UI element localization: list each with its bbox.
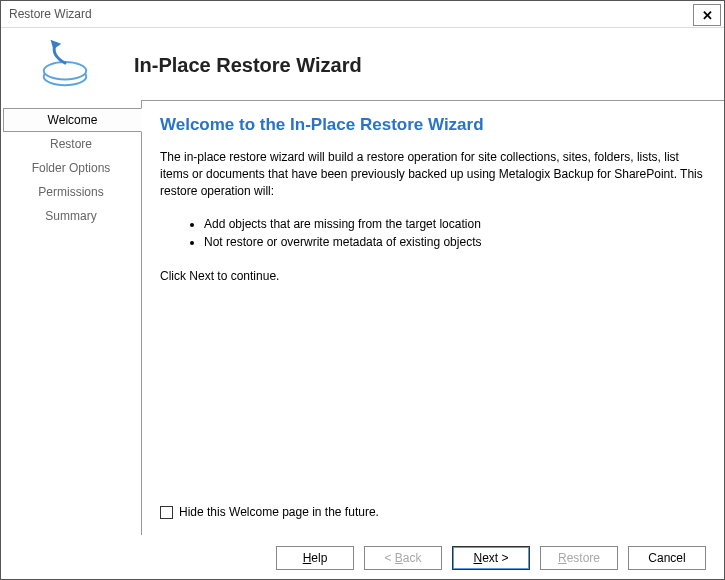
sidebar-item-permissions[interactable]: Permissions	[3, 180, 139, 204]
sidebar-item-label: Permissions	[38, 185, 103, 199]
back-button: < Back	[364, 546, 442, 570]
sidebar-item-label: Restore	[50, 137, 92, 151]
footer: Help < Back Next > Restore Cancel	[1, 535, 724, 579]
restore-icon	[36, 35, 94, 93]
header-title: In-Place Restore Wizard	[134, 54, 362, 77]
titlebar: Restore Wizard ✕	[1, 1, 724, 28]
next-button[interactable]: Next >	[452, 546, 530, 570]
bullet-item: Add objects that are missing from the ta…	[204, 215, 704, 233]
sidebar-item-restore[interactable]: Restore	[3, 132, 139, 156]
sidebar-item-label: Summary	[45, 209, 96, 223]
close-button[interactable]: ✕	[693, 4, 721, 26]
svg-point-1	[44, 62, 87, 79]
sidebar: Welcome Restore Folder Options Permissio…	[1, 100, 141, 535]
content-bullets: Add objects that are missing from the ta…	[204, 215, 704, 251]
window-title: Restore Wizard	[9, 7, 92, 21]
hide-welcome-checkbox[interactable]	[160, 506, 173, 519]
sidebar-item-folder-options[interactable]: Folder Options	[3, 156, 139, 180]
header: In-Place Restore Wizard	[1, 28, 724, 100]
hide-welcome-label: Hide this Welcome page in the future.	[179, 505, 379, 519]
sidebar-item-summary[interactable]: Summary	[3, 204, 139, 228]
sidebar-item-label: Welcome	[48, 113, 98, 127]
content-intro: The in-place restore wizard will build a…	[160, 149, 704, 199]
content-continue: Click Next to continue.	[160, 269, 704, 283]
hide-welcome-row[interactable]: Hide this Welcome page in the future.	[160, 505, 704, 519]
restore-button: Restore	[540, 546, 618, 570]
sidebar-item-welcome[interactable]: Welcome	[3, 108, 142, 132]
bullet-item: Not restore or overwrite metadata of exi…	[204, 233, 704, 251]
cancel-button[interactable]: Cancel	[628, 546, 706, 570]
sidebar-item-label: Folder Options	[32, 161, 111, 175]
close-icon: ✕	[702, 9, 713, 22]
wizard-window: Restore Wizard ✕ In-Place Restore Wizard…	[0, 0, 725, 580]
svg-marker-2	[51, 40, 62, 50]
content-heading: Welcome to the In-Place Restore Wizard	[160, 115, 704, 135]
spacer	[160, 283, 704, 505]
content-panel: Welcome to the In-Place Restore Wizard T…	[141, 100, 724, 535]
help-button[interactable]: Help	[276, 546, 354, 570]
body: Welcome Restore Folder Options Permissio…	[1, 100, 724, 535]
